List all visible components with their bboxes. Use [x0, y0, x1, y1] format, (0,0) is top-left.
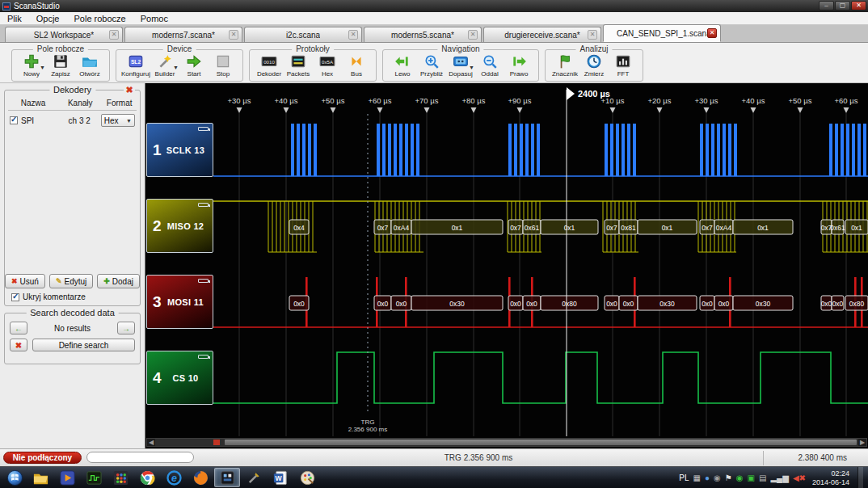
- toolbar-button-label: Start: [188, 70, 201, 78]
- dekoder-button[interactable]: 0010Dekoder: [255, 53, 284, 80]
- taskbar-item-explorer[interactable]: [27, 468, 53, 487]
- search-next-button[interactable]: →: [117, 322, 135, 334]
- tab-close-icon[interactable]: ✕: [229, 30, 238, 40]
- start-button[interactable]: [2, 468, 27, 487]
- taskbar-item-firefox[interactable]: [188, 468, 213, 487]
- taskbar-item-internet-explorer[interactable]: e: [161, 468, 187, 487]
- prawo-button[interactable]: Prawo: [504, 53, 533, 80]
- scheduler-icon[interactable]: ▣: [748, 474, 755, 482]
- tab-close-icon[interactable]: ✕: [588, 30, 597, 40]
- decoders-close-icon[interactable]: ✖: [124, 84, 135, 95]
- svg-text:+60 µs: +60 µs: [369, 96, 392, 105]
- search-prev-button[interactable]: ←: [10, 322, 27, 334]
- hide-comments-checkbox[interactable]: [11, 293, 19, 301]
- zmierz-button[interactable]: Zmierz: [579, 53, 609, 80]
- maximize-button[interactable]: ▢: [835, 1, 850, 11]
- status-green-icon[interactable]: ◉: [736, 474, 744, 482]
- bus-button[interactable]: Bus: [342, 53, 371, 80]
- taskbar-item-word[interactable]: W: [268, 468, 293, 487]
- stop-button[interactable]: Stop: [209, 53, 238, 80]
- scrollbar-thumb[interactable]: [225, 440, 857, 445]
- cursor-marker[interactable]: 2400 µs: [567, 87, 610, 436]
- nowy-button[interactable]: ▼Nowy: [17, 53, 46, 80]
- chevron-down-icon[interactable]: ▼: [40, 65, 45, 70]
- start-icon: [186, 53, 202, 69]
- taskbar-item-paint[interactable]: [294, 468, 320, 487]
- channel-label-miso-12[interactable]: 2MISO 12: [146, 199, 213, 253]
- tab-close-icon[interactable]: ✕: [707, 28, 717, 38]
- volume-muted-icon[interactable]: ◀✖: [793, 474, 806, 482]
- delete-decoder-button[interactable]: ✖ Usuń: [5, 274, 45, 288]
- zapisz-button[interactable]: Zapisz: [46, 53, 75, 80]
- waveform-plot[interactable]: +30 µs+40 µs+50 µs+60 µs+70 µs+80 µs+90 …: [145, 83, 868, 448]
- menu-item-pomoc[interactable]: Pomoc: [133, 14, 175, 23]
- tab-sl2-workspace-[interactable]: SL2 Workspace*✕: [5, 27, 123, 42]
- network-icon[interactable]: ▂▄▆: [770, 474, 788, 482]
- konfiguruj-button[interactable]: SL2Konfiguruj: [121, 53, 150, 80]
- taskbar-item-scanastudio[interactable]: [214, 468, 240, 487]
- znacznik-button[interactable]: Znacznik: [550, 53, 579, 80]
- scroll-right-icon[interactable]: ▶: [858, 439, 866, 446]
- update-icon[interactable]: ◉: [714, 474, 721, 482]
- channel-label-mosi-11[interactable]: 3MOSI 11: [146, 275, 213, 329]
- decoder-row[interactable]: SPI ch 3 2 Hex ▼: [8, 111, 137, 130]
- window-title: ScanaStudio: [14, 2, 60, 11]
- clipboard-icon[interactable]: ▤: [759, 474, 766, 482]
- keyboard-icon[interactable]: ▦: [693, 474, 701, 482]
- toolbar-button-label: Hex: [322, 70, 333, 78]
- toolbar-button-label: Konfiguruj: [121, 70, 150, 78]
- tab-drugiereceive-scana-[interactable]: drugiereceive.scana*✕: [483, 27, 601, 42]
- close-button[interactable]: ✕: [851, 1, 866, 11]
- hex-icon: 0x5A: [319, 53, 335, 69]
- start-button[interactable]: Start: [179, 53, 209, 80]
- taskbar-item-tools-app[interactable]: [241, 468, 267, 487]
- horizontal-scrollbar[interactable]: ◀▶: [146, 438, 867, 447]
- tab-moderns7-scana-[interactable]: moderns7.scana*✕: [124, 27, 242, 42]
- tab-close-icon[interactable]: ✕: [468, 30, 478, 40]
- tab-i2c-scana[interactable]: i2c.scana✕: [244, 27, 362, 42]
- decoder-checkbox[interactable]: [10, 116, 18, 124]
- flag-icon[interactable]: ⚑: [725, 474, 732, 482]
- taskbar-item-chrome[interactable]: [134, 468, 160, 487]
- channel-label-cs-10[interactable]: 4CS 10: [146, 351, 213, 405]
- add-decoder-button[interactable]: ✚ Dodaj: [97, 274, 140, 288]
- decoders-legend: Dekodery: [49, 85, 95, 95]
- lewo-button[interactable]: Lewo: [388, 53, 417, 80]
- channel-label-sclk-13[interactable]: 1SCLK 13: [146, 123, 213, 177]
- scrollbar-track[interactable]: [155, 439, 858, 446]
- menu-item-opcje[interactable]: Opcje: [29, 14, 67, 23]
- tab-label: SL2 Workspace*: [34, 31, 94, 40]
- format-select[interactable]: Hex ▼: [101, 114, 135, 127]
- przybli--button[interactable]: Przybliż: [417, 53, 446, 80]
- show-desktop-button[interactable]: [857, 467, 863, 488]
- taskbar-item-logic-analyzer[interactable]: [81, 468, 107, 487]
- packets-button[interactable]: Packets: [284, 53, 313, 80]
- hide-comments-row[interactable]: Ukryj komentarze: [8, 292, 137, 301]
- search-clear-button[interactable]: ✖: [10, 339, 27, 351]
- menu-item-plik[interactable]: Plik: [0, 14, 29, 23]
- scroll-left-icon[interactable]: ◀: [147, 439, 155, 446]
- hex-button[interactable]: 0x5AHex: [313, 53, 342, 80]
- taskbar-item-media-player[interactable]: [54, 468, 80, 487]
- tab-can-send-spi-1-scana-[interactable]: CAN_SEND_SPI_1.scana*✕: [603, 24, 721, 42]
- minimize-button[interactable]: –: [819, 1, 834, 11]
- tab-close-icon[interactable]: ✕: [348, 30, 358, 40]
- app-blue-icon[interactable]: ●: [705, 474, 710, 482]
- edit-decoder-button[interactable]: ✎ Edytuj: [49, 274, 93, 288]
- taskbar-clock[interactable]: 02:242014-06-14: [812, 469, 849, 487]
- chevron-down-icon[interactable]: ▼: [469, 65, 474, 70]
- taskbar-item-color-grid-app[interactable]: [107, 468, 133, 487]
- builder-button[interactable]: ▼Builder: [150, 53, 179, 80]
- menu-item-pole-robocze[interactable]: Pole robocze: [66, 14, 133, 23]
- fft-button[interactable]: FFT: [609, 53, 638, 80]
- toolbar-button-label: Stop: [217, 70, 230, 78]
- chevron-down-icon[interactable]: ▼: [173, 65, 179, 70]
- dopasuj-button[interactable]: ▼Dopasuj: [446, 53, 475, 80]
- tab-close-icon[interactable]: ✕: [109, 30, 119, 40]
- oddal-button[interactable]: Oddal: [475, 53, 504, 80]
- otw-rz-button[interactable]: Otwórz: [75, 53, 104, 80]
- define-search-button[interactable]: Define search: [32, 339, 135, 351]
- column-nazwa: Nazwa: [8, 99, 58, 107]
- tab-moderns5-scana-[interactable]: moderns5.scana*✕: [364, 27, 482, 42]
- language-indicator[interactable]: PL: [679, 473, 689, 482]
